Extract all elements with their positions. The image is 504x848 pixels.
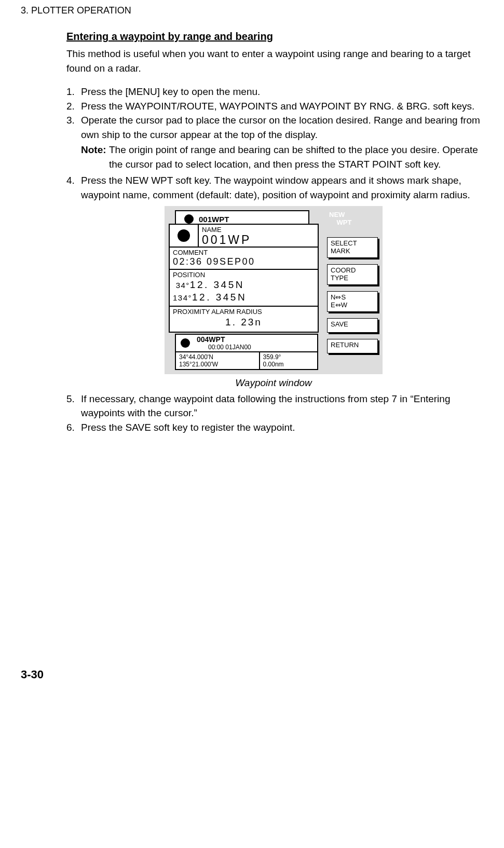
- softkey-title: NEW WPT: [327, 210, 378, 231]
- diagram-left-column: 001WPT NAME 001WP: [169, 210, 322, 370]
- sk-line: COORD: [331, 266, 356, 274]
- bottom-lat: 34°44.000'N: [179, 353, 256, 361]
- note-label: Note:: [81, 143, 109, 171]
- note: Note: The origin point of range and bear…: [81, 143, 481, 171]
- mark-dot-icon: [184, 214, 194, 224]
- intro-paragraph: This method is useful when you want to e…: [66, 47, 481, 75]
- step-body: If necessary, change waypoint data follo…: [81, 392, 481, 420]
- step-3: 3. Operate the cursor pad to place the c…: [66, 113, 481, 142]
- bottom-row-1: 004WPT 00:00 01JAN00: [176, 335, 317, 352]
- note-body: The origin point of range and bearing ca…: [109, 143, 481, 171]
- bottom-row-2: 34°44.000'N 135°21.000'W 359.9° 0.00nm: [176, 352, 317, 369]
- diagram-wrapper: 001WPT NAME 001WP: [66, 206, 481, 374]
- chapter-header: 3. PLOTTER OPERATION: [21, 5, 483, 16]
- bottom-bearing: 359.9°: [263, 353, 314, 361]
- section-title: Entering a waypoint by range and bearing: [66, 31, 481, 43]
- background-waypoint-label: 001WPT: [199, 215, 229, 224]
- step-1: 1. Press the [MENU] key to open the menu…: [66, 85, 481, 99]
- sk-line: MARK: [331, 247, 350, 255]
- position-label: POSITION: [173, 271, 315, 279]
- step-number: 5.: [66, 392, 81, 420]
- waypoint-edit-card: NAME 001WP COMMENT 02:36 09SEP00 POSITIO…: [169, 224, 319, 332]
- bottom-main-cell: 004WPT 00:00 01JAN00: [195, 335, 317, 351]
- pos2-prefix: 134°: [173, 293, 192, 302]
- softkey-title-line2: WPT: [329, 218, 351, 226]
- sk-line: TYPE: [331, 274, 348, 282]
- softkey-save[interactable]: SAVE: [327, 318, 378, 333]
- page-number: 3-30: [21, 668, 483, 681]
- name-value: 001WP: [202, 234, 315, 246]
- sk-line: E⇔W: [331, 301, 347, 309]
- softkey-title-line1: NEW: [329, 211, 345, 218]
- bottom-brg-rng-cell: 359.9° 0.00nm: [260, 352, 317, 369]
- comment-label: COMMENT: [173, 249, 315, 256]
- steps-list: 1. Press the [MENU] key to open the menu…: [66, 85, 481, 202]
- bottom-waypoint-name: 004WPT: [197, 335, 315, 344]
- step-2: 2. Press the WAYPOINT/ROUTE, WAYPOINTS a…: [66, 99, 481, 114]
- proximity-box[interactable]: PROXIMITY ALARM RADIUS 1. 23n: [170, 307, 318, 332]
- step-number: 2.: [66, 99, 81, 114]
- bottom-waypoint-table: 004WPT 00:00 01JAN00 34°44.000'N 135°21.…: [175, 334, 318, 370]
- proximity-label: PROXIMITY ALARM RADIUS: [173, 308, 315, 316]
- pos2-main: 12. 345N: [192, 292, 247, 303]
- bottom-mark-cell: [176, 335, 195, 351]
- step-body: Press the [MENU] key to open the menu.: [81, 85, 481, 99]
- sk-line: N⇔S: [331, 293, 346, 301]
- figure-caption: Waypoint window: [66, 377, 481, 389]
- name-label: NAME: [202, 226, 315, 234]
- mark-cell[interactable]: [170, 225, 199, 246]
- step-number: 3.: [66, 113, 81, 142]
- sk-line: SELECT: [331, 239, 357, 247]
- steps-list-2: 5. If necessary, change waypoint data fo…: [66, 392, 481, 435]
- mark-dot-icon: [181, 338, 190, 348]
- step-body: Press the WAYPOINT/ROUTE, WAYPOINTS and …: [81, 99, 481, 114]
- step-body: Press the NEW WPT soft key. The waypoint…: [81, 173, 481, 202]
- position-box[interactable]: POSITION 34°12. 345N 134°12. 345N: [170, 270, 318, 307]
- comment-value: 02:36 09SEP00: [173, 256, 315, 267]
- bottom-lon: 135°21.000'W: [179, 361, 256, 368]
- step-body: Press the SAVE soft key to register the …: [81, 420, 481, 435]
- name-row: NAME 001WP: [170, 225, 318, 247]
- bottom-coords-cell: 34°44.000'N 135°21.000'W: [176, 352, 260, 369]
- position-line-2: 134°12. 345N: [173, 291, 315, 304]
- pos1-main: 12. 345N: [190, 279, 244, 290]
- softkey-ns-ew[interactable]: N⇔S E⇔W: [327, 291, 378, 312]
- bottom-datetime: 00:00 01JAN00: [197, 344, 315, 351]
- softkey-coord-type[interactable]: COORD TYPE: [327, 264, 378, 285]
- softkey-select-mark[interactable]: SELECT MARK: [327, 237, 378, 258]
- position-line-1: 34°12. 345N: [173, 279, 315, 291]
- mark-dot-icon: [178, 229, 190, 242]
- step-5: 5. If necessary, change waypoint data fo…: [66, 392, 481, 420]
- sk-line: RETURN: [331, 341, 359, 349]
- step-4: 4. Press the NEW WPT soft key. The waypo…: [66, 173, 481, 202]
- step-number: 1.: [66, 85, 81, 99]
- bottom-range: 0.00nm: [263, 361, 314, 368]
- comment-box[interactable]: COMMENT 02:36 09SEP00: [170, 248, 318, 270]
- waypoint-window-diagram: 001WPT NAME 001WP: [165, 206, 383, 374]
- sk-line: SAVE: [331, 320, 348, 328]
- softkey-return[interactable]: RETURN: [327, 339, 378, 353]
- name-cell[interactable]: NAME 001WP: [199, 225, 318, 246]
- proximity-value: 1. 23n: [173, 316, 315, 330]
- softkey-column: NEW WPT SELECT MARK COORD TYPE N⇔S E⇔W: [327, 210, 378, 370]
- step-body: Operate the cursor pad to place the curs…: [81, 113, 481, 142]
- step-number: 4.: [66, 173, 81, 202]
- step-6: 6. Press the SAVE soft key to register t…: [66, 420, 481, 435]
- step-number: 6.: [66, 420, 81, 435]
- pos1-prefix: 34°: [173, 281, 190, 290]
